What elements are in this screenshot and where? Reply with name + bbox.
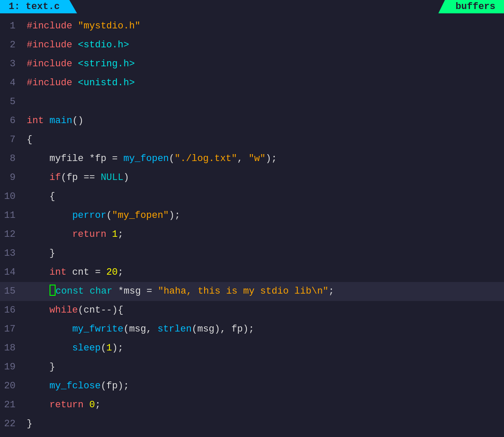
code-line: 6int main() (0, 112, 504, 130)
code-line: 1#include "mystdio.h" (0, 17, 504, 36)
line-number: 20 (0, 377, 22, 396)
code-line: 21 return 0; (0, 396, 504, 415)
line-content: int cnt = 20; (22, 263, 504, 282)
tab-buffers[interactable]: buffers (439, 0, 504, 13)
code-line: 20 my_fclose(fp); (0, 377, 504, 396)
code-line: 14 int cnt = 20; (0, 263, 504, 282)
line-number: 21 (0, 396, 22, 415)
line-number: 17 (0, 320, 22, 339)
line-content: return 0; (22, 396, 504, 415)
line-content: while(cnt--){ (22, 301, 504, 320)
line-number: 19 (0, 358, 22, 377)
code-line: 5 (0, 93, 504, 112)
line-content (22, 93, 504, 112)
line-number: 9 (0, 168, 22, 187)
line-content: #include <unistd.h> (22, 74, 504, 93)
line-number: 3 (0, 55, 22, 74)
code-line: 3#include <string.h> (0, 55, 504, 74)
tab-active[interactable]: 1: text.c (0, 0, 77, 13)
code-line: 9 if(fp == NULL) (0, 168, 504, 187)
line-content: #include <stdio.h> (22, 36, 504, 55)
line-number: 6 (0, 112, 22, 130)
line-content: my_fclose(fp); (22, 377, 504, 396)
line-content: } (22, 415, 504, 434)
code-line: 2#include <stdio.h> (0, 36, 504, 55)
line-number: 18 (0, 339, 22, 358)
line-content: int main() (22, 112, 504, 130)
line-number: 22 (0, 415, 22, 434)
code-line: 8 myfile *fp = my_fopen("./log.txt", "w"… (0, 149, 504, 168)
tab-active-label: 1: text.c (9, 1, 60, 12)
code-line: 7{ (0, 130, 504, 149)
line-number: 15 (0, 282, 22, 301)
code-line: 19 } (0, 358, 504, 377)
code-line: 22} (0, 415, 504, 434)
line-number: 14 (0, 263, 22, 282)
line-content: { (22, 130, 504, 149)
line-content: #include <string.h> (22, 55, 504, 74)
line-content: } (22, 244, 504, 263)
cursor-block (50, 285, 56, 296)
line-content: my_fwrite(msg, strlen(msg), fp); (22, 320, 504, 339)
line-number: 1 (0, 17, 22, 36)
line-content: myfile *fp = my_fopen("./log.txt", "w"); (22, 149, 504, 168)
tab-buffers-label: buffers (456, 1, 495, 12)
line-number: 7 (0, 130, 22, 149)
line-content: return 1; (22, 225, 504, 244)
line-number: 12 (0, 225, 22, 244)
code-line: 18 sleep(1); (0, 339, 504, 358)
line-content: if(fp == NULL) (22, 168, 504, 187)
line-number: 5 (0, 93, 22, 112)
code-line: 17 my_fwrite(msg, strlen(msg), fp); (0, 320, 504, 339)
code-line: 12 return 1; (0, 225, 504, 244)
line-number: 2 (0, 36, 22, 55)
line-number: 8 (0, 149, 22, 168)
code-line: 16 while(cnt--){ (0, 301, 504, 320)
code-line: 11 perror("my_fopen"); (0, 206, 504, 225)
code-line: 10 { (0, 187, 504, 206)
line-content: sleep(1); (22, 339, 504, 358)
code-area[interactable]: 1#include "mystdio.h"2#include <stdio.h>… (0, 13, 504, 437)
line-number: 10 (0, 187, 22, 206)
code-line: 13 } (0, 244, 504, 263)
code-line: 15 const char *msg = "haha, this is my s… (0, 282, 504, 301)
code-line: 4#include <unistd.h> (0, 74, 504, 93)
line-content: } (22, 358, 504, 377)
line-content: const char *msg = "haha, this is my stdi… (22, 282, 504, 301)
line-number: 16 (0, 301, 22, 320)
line-number: 4 (0, 74, 22, 93)
tab-bar: 1: text.c buffers (0, 0, 504, 13)
line-number: 11 (0, 206, 22, 225)
line-content: #include "mystdio.h" (22, 17, 504, 36)
line-number: 13 (0, 244, 22, 263)
line-content: perror("my_fopen"); (22, 206, 504, 225)
line-content: { (22, 187, 504, 206)
editor-container: 1: text.c buffers 1#include "mystdio.h"2… (0, 0, 504, 437)
